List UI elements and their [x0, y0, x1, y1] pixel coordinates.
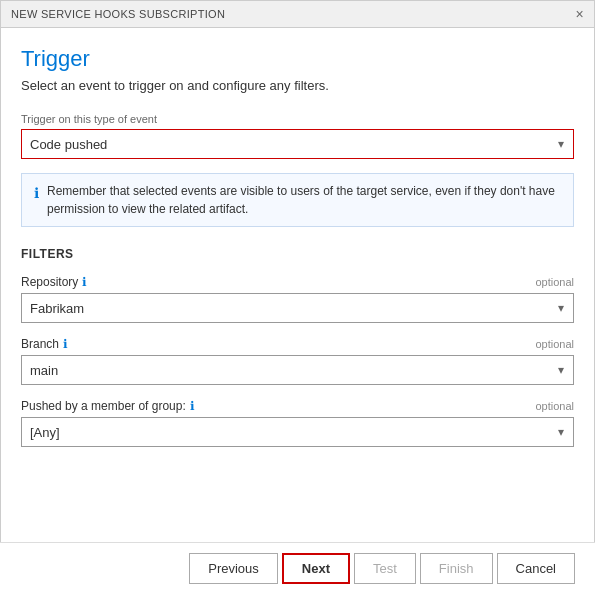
filters-label: FILTERS — [21, 247, 574, 261]
branch-select-wrapper: main develop master — [21, 355, 574, 385]
footer: Previous Next Test Finish Cancel — [0, 542, 595, 594]
info-icon: ℹ — [34, 183, 39, 204]
branch-dropdown[interactable]: main develop master — [21, 355, 574, 385]
repository-optional: optional — [535, 276, 574, 288]
branch-filter: Branch ℹ optional main develop master — [21, 337, 574, 385]
group-info-icon[interactable]: ℹ — [190, 399, 195, 413]
info-box: ℹ Remember that selected events are visi… — [21, 173, 574, 227]
branch-label: Branch ℹ — [21, 337, 68, 351]
branch-optional: optional — [535, 338, 574, 350]
trigger-field-label: Trigger on this type of event — [21, 113, 574, 125]
branch-info-icon[interactable]: ℹ — [63, 337, 68, 351]
branch-filter-header: Branch ℹ optional — [21, 337, 574, 351]
group-filter-header: Pushed by a member of group: ℹ optional — [21, 399, 574, 413]
group-select-wrapper: [Any] — [21, 417, 574, 447]
group-optional: optional — [535, 400, 574, 412]
group-filter: Pushed by a member of group: ℹ optional … — [21, 399, 574, 447]
previous-button[interactable]: Previous — [189, 553, 278, 584]
trigger-select-wrapper: Code pushed Code reviewed Pull request c… — [21, 129, 574, 159]
repository-info-icon[interactable]: ℹ — [82, 275, 87, 289]
page-subtitle: Select an event to trigger on and config… — [21, 78, 574, 93]
main-content: Trigger Select an event to trigger on an… — [1, 28, 594, 447]
group-label: Pushed by a member of group: ℹ — [21, 399, 195, 413]
next-button[interactable]: Next — [282, 553, 350, 584]
repository-dropdown[interactable]: Fabrikam Other — [21, 293, 574, 323]
repository-select-wrapper: Fabrikam Other — [21, 293, 574, 323]
cancel-button[interactable]: Cancel — [497, 553, 575, 584]
repository-filter: Repository ℹ optional Fabrikam Other — [21, 275, 574, 323]
repository-filter-header: Repository ℹ optional — [21, 275, 574, 289]
finish-button[interactable]: Finish — [420, 553, 493, 584]
dialog-title: NEW SERVICE HOOKS SUBSCRIPTION — [11, 8, 225, 20]
test-button[interactable]: Test — [354, 553, 416, 584]
info-message: Remember that selected events are visibl… — [47, 182, 561, 218]
page-title: Trigger — [21, 46, 574, 72]
close-icon[interactable]: × — [576, 7, 584, 21]
group-dropdown[interactable]: [Any] — [21, 417, 574, 447]
title-bar: NEW SERVICE HOOKS SUBSCRIPTION × — [1, 1, 594, 28]
repository-label: Repository ℹ — [21, 275, 87, 289]
trigger-dropdown[interactable]: Code pushed Code reviewed Pull request c… — [21, 129, 574, 159]
